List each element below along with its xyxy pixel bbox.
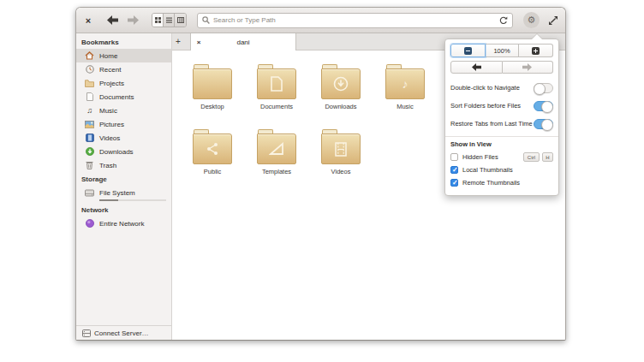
folder-music[interactable]: ♪ Music bbox=[375, 62, 435, 110]
history-nav bbox=[450, 61, 553, 74]
folder-icon: ♪ bbox=[385, 64, 425, 99]
sidebar-item-label: Projects bbox=[99, 80, 124, 87]
back-arrow-icon bbox=[107, 15, 118, 25]
gear-icon: ⚙ bbox=[528, 15, 536, 26]
folder-desktop[interactable]: Desktop bbox=[182, 62, 242, 110]
sidebar-item-label: Documents bbox=[99, 93, 134, 101]
hidden-files-checkbox[interactable] bbox=[450, 153, 458, 161]
sidebar-header-network: Network bbox=[76, 203, 171, 217]
toggle-label: Restore Tabs from Last Time bbox=[450, 120, 533, 128]
sidebar-item-projects[interactable]: Projects bbox=[76, 76, 171, 90]
tab-title: dani bbox=[206, 39, 295, 46]
menu-divider bbox=[445, 136, 558, 137]
sidebar-item-label: Videos bbox=[99, 134, 120, 142]
folder-videos[interactable]: Videos bbox=[311, 128, 371, 175]
sidebar-item-label: File System bbox=[99, 189, 135, 197]
sidebar-item-file-system[interactable]: File System bbox=[76, 186, 171, 199]
local-thumbnails-checkbox[interactable] bbox=[450, 166, 458, 174]
sidebar-header-bookmarks: Bookmarks bbox=[76, 35, 171, 49]
remote-thumbnails-checkbox[interactable] bbox=[450, 179, 458, 187]
search-placeholder: Search or Type Path bbox=[213, 16, 499, 24]
folder-icon bbox=[321, 64, 361, 99]
music-note-icon: ♫ bbox=[85, 106, 94, 116]
sidebar-item-recent[interactable]: Recent bbox=[76, 62, 171, 76]
folder-label: Public bbox=[204, 168, 221, 175]
toggle-row-sort-folders: Sort Folders before Files bbox=[450, 98, 553, 114]
settings-menu: 100% Double-click to Navigate Sort Folde… bbox=[444, 39, 559, 196]
sidebar-item-label: Recent bbox=[99, 66, 121, 74]
zoom-level: 100% bbox=[486, 44, 520, 57]
forward-arrow-icon bbox=[522, 63, 532, 71]
search-input[interactable]: Search or Type Path bbox=[197, 13, 513, 28]
folder-templates[interactable]: Templates bbox=[247, 128, 307, 175]
disk-usage-fill bbox=[99, 199, 118, 201]
forward-arrow-icon bbox=[128, 15, 139, 25]
toggle-row-double-click: Double-click to Navigate bbox=[450, 80, 553, 96]
key-h: H bbox=[542, 152, 553, 162]
document-emblem-icon bbox=[257, 70, 296, 98]
close-window-icon[interactable]: × bbox=[81, 15, 95, 26]
list-view-button[interactable] bbox=[164, 14, 175, 27]
back-arrow-icon bbox=[472, 63, 481, 71]
folder-label: Downloads bbox=[325, 103, 356, 110]
view-switcher bbox=[152, 13, 187, 27]
refresh-icon[interactable] bbox=[499, 16, 508, 25]
sidebar-item-label: Downloads bbox=[99, 148, 134, 156]
show-in-view-header: Show in View bbox=[450, 140, 553, 148]
folder-label: Music bbox=[397, 103, 414, 110]
forward-button[interactable] bbox=[126, 15, 140, 27]
sort-folders-toggle[interactable] bbox=[534, 101, 553, 111]
folder-icon bbox=[85, 79, 94, 88]
checkbox-label: Local Thumbnails bbox=[462, 166, 513, 174]
folder-icon bbox=[193, 129, 232, 164]
checkbox-label: Hidden Files bbox=[462, 153, 498, 161]
download-icon bbox=[85, 147, 94, 157]
sidebar-item-label: Pictures bbox=[99, 121, 124, 128]
folder-documents[interactable]: Documents bbox=[247, 62, 307, 110]
trash-icon bbox=[85, 161, 94, 170]
sidebar-item-documents[interactable]: Documents bbox=[76, 90, 171, 104]
restore-tabs-toggle[interactable] bbox=[534, 119, 553, 129]
sidebar-item-videos[interactable]: Videos bbox=[76, 131, 171, 145]
folder-label: Templates bbox=[262, 168, 291, 175]
zoom-in-button[interactable] bbox=[519, 44, 553, 57]
sidebar-item-entire-network[interactable]: Entire Network bbox=[76, 217, 171, 230]
sidebar-item-trash[interactable]: Trash bbox=[76, 158, 171, 172]
sidebar-item-home[interactable]: Home bbox=[76, 49, 171, 62]
expand-icon bbox=[548, 15, 558, 26]
tab-dani[interactable]: × dani bbox=[190, 33, 296, 50]
folder-label: Videos bbox=[331, 168, 351, 175]
column-view-button[interactable] bbox=[175, 14, 186, 27]
toggle-label: Double-click to Navigate bbox=[450, 84, 520, 92]
menu-back-button[interactable] bbox=[450, 61, 503, 74]
toggle-row-restore-tabs: Restore Tabs from Last Time bbox=[450, 116, 553, 132]
zoom-level-label: 100% bbox=[493, 47, 510, 55]
folder-icon bbox=[321, 129, 361, 164]
folder-label: Documents bbox=[260, 103, 293, 110]
tab-close-icon[interactable]: × bbox=[191, 39, 206, 46]
checkbox-label: Remote Thumbnails bbox=[462, 179, 520, 187]
zoom-out-button[interactable] bbox=[450, 44, 486, 57]
folder-downloads[interactable]: Downloads bbox=[311, 62, 371, 110]
new-tab-button[interactable]: + bbox=[172, 33, 184, 50]
sidebar-item-music[interactable]: ♫ Music bbox=[76, 104, 171, 117]
back-button[interactable] bbox=[105, 15, 119, 27]
double-click-toggle[interactable] bbox=[534, 83, 553, 93]
harddrive-icon bbox=[85, 188, 94, 198]
sidebar-item-pictures[interactable]: Pictures bbox=[76, 117, 171, 131]
folder-public[interactable]: Public bbox=[182, 128, 242, 175]
zoom-out-icon bbox=[464, 47, 472, 55]
menu-forward-button[interactable] bbox=[503, 61, 554, 74]
sidebar-item-label: Home bbox=[99, 52, 117, 60]
document-icon bbox=[85, 92, 94, 102]
fullscreen-button[interactable] bbox=[548, 15, 558, 26]
connect-server-button[interactable]: Connect Server… bbox=[76, 325, 171, 340]
download-emblem-icon bbox=[321, 70, 361, 98]
sidebar-item-downloads[interactable]: Downloads bbox=[76, 145, 171, 158]
grid-icon bbox=[155, 17, 161, 23]
sidebar: Bookmarks Home Recent Projects Documents… bbox=[76, 33, 172, 340]
settings-button[interactable]: ⚙ bbox=[523, 12, 540, 28]
key-ctrl: Ctrl bbox=[523, 152, 539, 162]
grid-view-button[interactable] bbox=[152, 14, 164, 27]
checkbox-row-local-thumbnails: Local Thumbnails bbox=[450, 163, 553, 176]
